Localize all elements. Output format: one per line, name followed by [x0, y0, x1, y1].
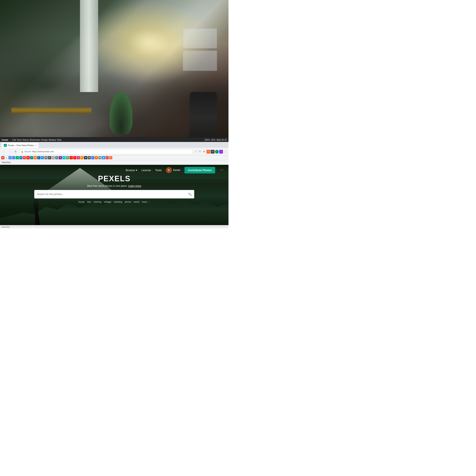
- bookmark-searches[interactable]: Searches: [2, 161, 11, 164]
- ext-green1[interactable]: ●: [16, 156, 19, 159]
- tag-more[interactable]: more →: [142, 201, 150, 203]
- battery-level: 42%: [211, 139, 215, 141]
- office-pillar: [80, 0, 98, 92]
- background-photo: [0, 0, 228, 142]
- star-icon[interactable]: ☆: [194, 150, 198, 153]
- search-bar[interactable]: 🔍: [34, 190, 194, 198]
- tag-wood[interactable]: wood: [134, 201, 139, 203]
- user-avatar: D: [166, 167, 172, 173]
- menu-file[interactable]: ←: [10, 139, 12, 141]
- lock-icon: 🔒: [21, 151, 23, 153]
- secure-label: Secure: [24, 151, 31, 153]
- ext-m1[interactable]: M: [44, 156, 48, 159]
- ext-blue3[interactable]: ◉: [102, 156, 105, 159]
- browse-nav-link[interactable]: Browse ▾: [126, 169, 137, 172]
- toolbar-icons: ☆ 🛡 P N O ✓ i ⋮: [194, 150, 227, 153]
- menu-view[interactable]: View: [17, 139, 22, 141]
- menu-help[interactable]: Help: [57, 139, 61, 141]
- viewport: hrome ← Edit View History Bookmarks Peop…: [0, 0, 228, 228]
- learn-more-link[interactable]: Learn more: [128, 185, 141, 187]
- more-options-button[interactable]: •••: [219, 168, 224, 172]
- ext-drive[interactable]: ▲: [5, 156, 8, 159]
- ext-medium[interactable]: M: [87, 156, 91, 159]
- tab-favicon: P: [4, 144, 7, 147]
- search-icon[interactable]: 🔍: [188, 192, 192, 196]
- ext-gmail[interactable]: M: [1, 156, 4, 159]
- search-input[interactable]: [37, 193, 186, 196]
- ext-1[interactable]: N: [206, 150, 210, 153]
- ext-5[interactable]: ⋮: [223, 150, 227, 153]
- mac-system-bar: hrome ← Edit View History Bookmarks Peop…: [0, 138, 228, 142]
- address-bar[interactable]: 🔒 Secure https://www.pexels.com: [19, 149, 193, 154]
- office-chair: [189, 92, 217, 141]
- tab-close-button[interactable]: ×: [35, 144, 36, 147]
- ext-info[interactable]: i: [109, 156, 112, 159]
- ext-telegram[interactable]: ✈: [19, 156, 22, 159]
- address-bar-row: ← → ↻ 🔒 Secure https://www.pexels.com ☆ …: [0, 148, 228, 155]
- ext-blue2[interactable]: ≡: [41, 156, 44, 159]
- ext-m2[interactable]: M: [48, 156, 51, 159]
- pinterest-icon[interactable]: P: [202, 150, 206, 153]
- mac-menu-bar: ← Edit View History Bookmarks People Win…: [10, 139, 61, 141]
- ext-cycle[interactable]: ↺: [62, 156, 66, 159]
- ext-adobe[interactable]: Ai: [70, 156, 73, 159]
- tag-phone[interactable]: phone: [125, 201, 131, 203]
- ext-red1[interactable]: P: [23, 156, 26, 159]
- forward-button[interactable]: →: [7, 149, 12, 154]
- menu-bookmarks[interactable]: Bookmarks: [30, 139, 40, 141]
- app-name: hrome: [2, 139, 8, 141]
- ext-gear[interactable]: ⚙: [98, 156, 102, 159]
- pexels-navbar: Browse ▾ License Tools D Daniel Contribu…: [0, 165, 228, 175]
- ext-purple[interactable]: ★: [59, 156, 62, 159]
- tag-blur[interactable]: blur: [87, 201, 91, 203]
- tag-vintage[interactable]: vintage: [104, 201, 111, 203]
- ext-calendar[interactable]: 31: [8, 156, 12, 159]
- ext-dark[interactable]: M: [84, 156, 87, 159]
- menu-history[interactable]: History: [22, 139, 29, 141]
- tag-meeting[interactable]: meeting: [114, 201, 122, 203]
- ext-off[interactable]: OFF: [105, 156, 109, 159]
- ext-adobe2[interactable]: Ps: [73, 156, 76, 159]
- status-bar: Searches: [0, 225, 228, 228]
- ext-2[interactable]: O: [211, 150, 215, 153]
- ext-star[interactable]: ✦: [95, 156, 98, 159]
- subtitle-text: Best free stock photos in one place.: [87, 185, 128, 187]
- pexels-subtitle: Best free stock photos in one place. Lea…: [87, 185, 141, 187]
- ext-teal[interactable]: ✓: [30, 156, 33, 159]
- ext-orange2[interactable]: Pr: [80, 156, 84, 159]
- tag-training[interactable]: training: [94, 201, 101, 203]
- ext-3[interactable]: ✓: [215, 150, 219, 153]
- menu-people[interactable]: People: [41, 139, 48, 141]
- menu-edit[interactable]: Edit: [13, 139, 16, 141]
- active-tab[interactable]: P Pexels – Free Stock Photos ×: [2, 143, 38, 148]
- ext-orange[interactable]: ⊞: [34, 156, 37, 159]
- ext-4[interactable]: i: [219, 150, 223, 153]
- menu-window[interactable]: Window: [49, 139, 56, 141]
- contribute-photos-button[interactable]: Contribute Photos: [185, 167, 215, 173]
- browse-dropdown-icon: ▾: [136, 169, 137, 172]
- ext-youtube[interactable]: ▶: [26, 156, 30, 159]
- chrome-tabs-bar: P Pexels – Free Stock Photos ×: [0, 142, 228, 148]
- back-button[interactable]: ←: [1, 149, 6, 154]
- nav-links: Browse ▾ License Tools D Daniel Contribu…: [126, 167, 224, 173]
- mac-system-bar-right: 100% 42% Wed 16:15: [204, 139, 227, 141]
- ext-todo[interactable]: ✓: [12, 156, 15, 159]
- ext-green2[interactable]: $: [66, 156, 69, 159]
- license-nav-link[interactable]: License: [141, 169, 151, 172]
- refresh-button[interactable]: ↻: [13, 149, 18, 154]
- bookmarks-bar: Searches: [0, 160, 228, 165]
- search-tags: house blur training vintage meeting phon…: [78, 201, 150, 203]
- ext-indd[interactable]: Id: [77, 156, 80, 159]
- ext-m3[interactable]: M: [52, 156, 55, 159]
- page-content: Browse ▾ License Tools D Daniel Contribu…: [0, 165, 228, 228]
- bg-window-2: [183, 51, 217, 71]
- battery-percent: 100%: [204, 139, 210, 141]
- tools-nav-link[interactable]: Tools: [155, 169, 162, 172]
- ext-copy[interactable]: ⊕: [55, 156, 58, 159]
- office-plant: [110, 92, 133, 135]
- user-area: D Daniel: [166, 167, 180, 173]
- tag-house[interactable]: house: [78, 201, 85, 203]
- chrome-browser: P Pexels – Free Stock Photos × ← → ↻ 🔒 S…: [0, 142, 228, 228]
- ext-blue1[interactable]: T: [37, 156, 40, 159]
- ext-refresh[interactable]: ↻: [91, 156, 94, 159]
